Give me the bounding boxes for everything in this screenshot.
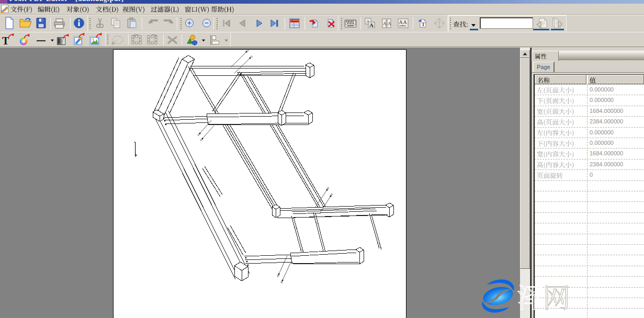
svg-text:T: T bbox=[422, 21, 426, 27]
svg-text:A: A bbox=[383, 21, 387, 26]
svg-text:A: A bbox=[388, 21, 391, 26]
svg-text:A: A bbox=[403, 19, 408, 25]
svg-text:A: A bbox=[369, 22, 374, 28]
svg-text:T: T bbox=[438, 20, 441, 26]
svg-text:A: A bbox=[399, 19, 403, 25]
